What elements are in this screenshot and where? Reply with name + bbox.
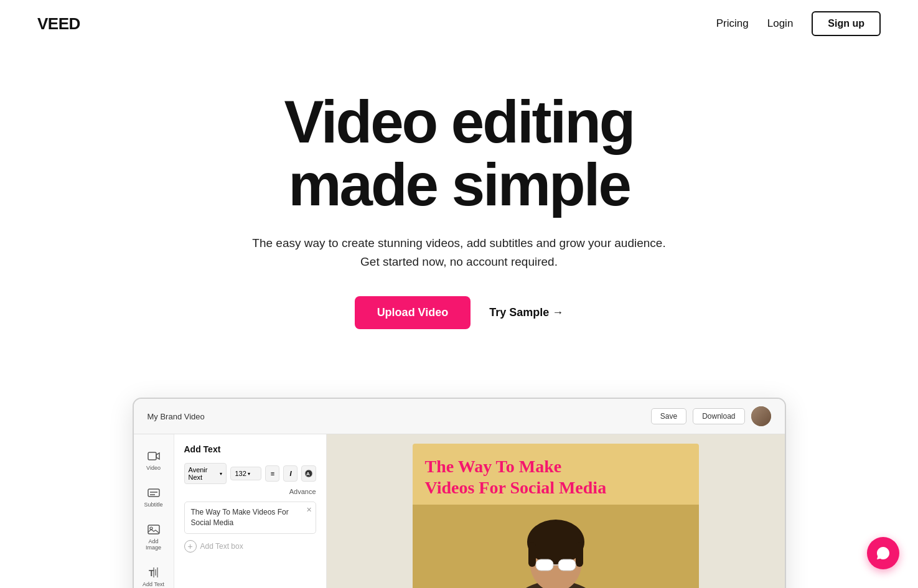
advance-link[interactable]: Advance bbox=[184, 488, 316, 495]
hero-section: Video editing made simple The easy way t… bbox=[0, 47, 918, 398]
color-picker-button[interactable]: A bbox=[301, 465, 316, 482]
font-size-selector[interactable]: 132 ▾ bbox=[230, 467, 261, 480]
svg-text:A: A bbox=[306, 471, 310, 477]
text-tool-icon: T bbox=[147, 566, 161, 579]
svg-rect-16 bbox=[576, 542, 583, 567]
sidebar-tool-add-text[interactable]: T Add Text bbox=[137, 561, 171, 588]
svg-rect-15 bbox=[528, 542, 536, 567]
nav: Pricing Login Sign up bbox=[716, 11, 881, 36]
app-mockup: My Brand Video Save Download bbox=[133, 398, 786, 588]
sidebar-tool-add-image[interactable]: Add Image bbox=[137, 518, 171, 556]
text-input-close-icon[interactable]: ✕ bbox=[306, 506, 312, 514]
add-textbox-plus-icon: + bbox=[184, 540, 197, 553]
text-input-box[interactable]: The Way To Make Videos For Social Media … bbox=[184, 502, 316, 534]
preview-canvas: The Way To Make Videos For Social Media bbox=[413, 444, 699, 588]
add-image-tool-label: Add Image bbox=[141, 538, 167, 551]
preview-title: The Way To Make Videos For Social Media bbox=[413, 444, 699, 504]
mockup-body: Video Subtitle bbox=[134, 434, 785, 588]
add-text-tool-label: Add Text bbox=[143, 581, 164, 587]
svg-rect-1 bbox=[148, 489, 159, 497]
preview-title-line2: Videos For Social Media bbox=[425, 478, 607, 497]
login-link[interactable]: Login bbox=[767, 17, 794, 30]
svg-rect-0 bbox=[148, 452, 156, 460]
hero-title: Video editing made simple bbox=[12, 91, 906, 217]
align-icon[interactable]: ≡ bbox=[265, 465, 279, 482]
chat-icon bbox=[875, 545, 891, 561]
mockup-topbar: My Brand Video Save Download bbox=[134, 399, 785, 434]
hero-title-line2: made simple bbox=[288, 151, 630, 218]
text-input-content: The Way To Make Videos For Social Media bbox=[191, 507, 309, 528]
font-selector[interactable]: Avenir Next ▾ bbox=[184, 463, 227, 484]
font-chevron-icon: ▾ bbox=[220, 471, 222, 477]
hero-title-line1: Video editing bbox=[284, 88, 634, 155]
font-name: Avenir Next bbox=[189, 466, 219, 481]
video-icon bbox=[147, 449, 161, 463]
avatar bbox=[751, 406, 771, 426]
svg-rect-4 bbox=[148, 525, 159, 534]
logo: VEED bbox=[37, 14, 80, 34]
subtitle-tool-label: Subtitle bbox=[144, 502, 162, 508]
italic-icon[interactable]: I bbox=[283, 465, 297, 482]
add-text-panel: Add Text Avenir Next ▾ 132 ▾ ≡ I bbox=[174, 434, 327, 588]
video-tool-label: Video bbox=[146, 465, 161, 471]
sidebar-tool-subtitle[interactable]: Subtitle bbox=[137, 481, 171, 513]
mockup-actions: Save Download bbox=[651, 406, 771, 426]
chat-bubble-button[interactable] bbox=[867, 537, 899, 569]
upload-video-button[interactable]: Upload Video bbox=[355, 296, 471, 329]
signup-button[interactable]: Sign up bbox=[812, 11, 881, 36]
svg-rect-18 bbox=[558, 559, 576, 571]
mockup-download-button[interactable]: Download bbox=[693, 408, 744, 424]
avatar-image bbox=[751, 406, 771, 426]
add-text-box[interactable]: + Add Text box bbox=[184, 540, 316, 553]
image-icon bbox=[147, 523, 161, 536]
font-size-value: 132 bbox=[235, 470, 246, 477]
sidebar-tool-video[interactable]: Video bbox=[137, 444, 171, 476]
hero-subtitle: The easy way to create stunning videos, … bbox=[241, 234, 677, 272]
svg-rect-17 bbox=[536, 559, 553, 571]
preview-title-line1: The Way To Make bbox=[425, 457, 562, 476]
pricing-link[interactable]: Pricing bbox=[716, 17, 749, 30]
person-silhouette-svg bbox=[494, 512, 618, 588]
try-sample-link[interactable]: Try Sample → bbox=[489, 306, 563, 319]
panel-title: Add Text bbox=[184, 444, 316, 454]
mockup-sidebar: Video Subtitle bbox=[134, 434, 174, 588]
subtitle-icon bbox=[147, 486, 161, 500]
size-chevron-icon: ▾ bbox=[248, 471, 250, 477]
header: VEED Pricing Login Sign up bbox=[0, 0, 918, 47]
add-textbox-label: Add Text box bbox=[200, 542, 243, 551]
preview-person-area bbox=[413, 505, 699, 588]
hero-actions: Upload Video Try Sample → bbox=[12, 296, 906, 329]
mockup-project-title: My Brand Video bbox=[148, 412, 205, 421]
video-preview: The Way To Make Videos For Social Media bbox=[327, 434, 785, 588]
mockup-save-button[interactable]: Save bbox=[651, 408, 686, 424]
mockup-wrapper: My Brand Video Save Download bbox=[0, 398, 918, 588]
text-controls: Avenir Next ▾ 132 ▾ ≡ I A bbox=[184, 463, 316, 484]
